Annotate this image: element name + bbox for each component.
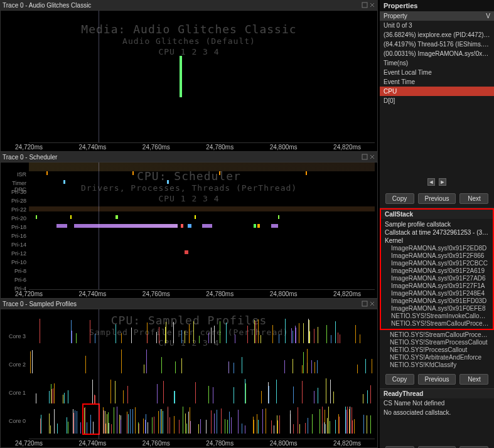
callstack-frame[interactable]: ImageRAMONA.sys!0x91F0EFE8 bbox=[381, 305, 493, 312]
callstack-time: Callstack at time 24732961253 - (36.6824… bbox=[381, 228, 493, 237]
callstack-frame[interactable]: NETIO.SYS!StreamProcessCallout bbox=[380, 339, 494, 346]
callstack-frame[interactable]: ImageRAMONA.sys!0x91EFD03D bbox=[381, 297, 493, 305]
col-value: V bbox=[486, 13, 490, 19]
panel-sched-title: Trace 0 - Scheduler bbox=[3, 154, 57, 161]
callstack-subtitle: Sample profile callstack bbox=[381, 220, 493, 228]
property-row[interactable]: Unit 0 of 3 bbox=[380, 21, 494, 30]
property-row[interactable]: (84.4197%) Thread-5176 (IEShims.dll!0x72… bbox=[380, 40, 494, 49]
time-axis-2: 24,720ms24,740ms24,760ms 24,780ms24,800m… bbox=[29, 289, 375, 298]
copy-button[interactable]: Copy bbox=[385, 193, 414, 204]
sample-lines bbox=[29, 316, 375, 439]
previous-button[interactable]: Previous bbox=[418, 374, 456, 385]
highlight-box bbox=[82, 403, 100, 435]
callstack-frame[interactable]: ImageRAMONA.sys!0x91F27F1A bbox=[381, 282, 493, 290]
callstack-frame[interactable]: ImageRAMONA.sys!0x91F27AD6 bbox=[381, 275, 493, 282]
callstack-frame[interactable]: NETIO.SYS!ArbitrateAndEnforce bbox=[380, 354, 494, 361]
time-axis-3: 24,720ms24,740ms24,760ms 24,780ms24,800m… bbox=[29, 439, 375, 447]
time-axis-1: 24,720ms24,740ms24,760ms 24,780ms24,800m… bbox=[29, 142, 375, 151]
callstack-frame[interactable]: NETIO.SYS!StreamCalloutProcessData bbox=[381, 320, 493, 328]
readythread-section: ReadyThread CS Name Not defined No assoc… bbox=[380, 388, 494, 448]
next-button[interactable]: Next bbox=[459, 374, 488, 385]
property-row[interactable]: Event Time bbox=[380, 77, 494, 87]
callstack-highlight-box: CallStack Sample profile callstack Calls… bbox=[380, 208, 494, 330]
right-pane: Properties Property V Unit 0 of 3(36.682… bbox=[380, 0, 494, 448]
property-row[interactable]: Time(ns) bbox=[380, 58, 494, 68]
col-property: Property bbox=[384, 13, 486, 19]
properties-col-header: Property V bbox=[380, 11, 494, 21]
panel-close-icon[interactable] bbox=[369, 2, 375, 8]
audio-glitches-graph[interactable]: Media: Audio Glitches Classic Audio Glit… bbox=[0, 10, 378, 152]
callstack-buttons: Copy Previous Next bbox=[380, 370, 494, 388]
scheduler-graph[interactable]: CPU: Scheduler Drivers, Processes, Threa… bbox=[0, 162, 378, 299]
sampled-profiles-graph[interactable]: CPU: Sampled Profiles Sampled Profile pe… bbox=[0, 309, 378, 448]
previous-button[interactable]: Previous bbox=[418, 193, 456, 204]
svg-rect-6 bbox=[362, 301, 367, 306]
properties-buttons: Copy Previous Next bbox=[380, 189, 494, 208]
readythread-header: ReadyThread bbox=[380, 389, 494, 398]
callstack-frame[interactable]: ImageRAMONA.sys!0x91F2CBCC bbox=[381, 260, 493, 267]
callstack-frame[interactable]: ImageRAMONA.sys!0x91F248E4 bbox=[381, 290, 493, 297]
panel-toggle-icon[interactable] bbox=[362, 154, 368, 160]
callstack-frame[interactable]: ImageRAMONA.sys!0x91F2A619 bbox=[381, 267, 493, 275]
property-row[interactable]: (00.0031%) ImageRAMONA.sys!0x91F2ED8D bbox=[380, 49, 494, 58]
property-row[interactable]: CPU bbox=[380, 87, 494, 96]
readythread-line2: No associated callstack. bbox=[380, 408, 494, 417]
callstack-frame[interactable]: NETIO.SYS!StreamInvokeCalloutAndNormaliz… bbox=[381, 312, 493, 320]
playhead[interactable] bbox=[99, 309, 99, 439]
nav-left-button[interactable]: ◄ bbox=[427, 178, 435, 186]
callstack-frame[interactable]: ImageRAMONA.sys!0x91F2ED8D bbox=[381, 245, 493, 252]
panel-toggle-icon[interactable] bbox=[362, 301, 368, 307]
callstack-header: CallStack bbox=[381, 210, 493, 219]
panel-samp-title-bar[interactable]: Trace 0 - Sampled Profiles bbox=[0, 299, 378, 309]
left-pane: Trace 0 - Audio Glitches Classic Media: … bbox=[0, 0, 378, 448]
property-row[interactable]: D[0] bbox=[380, 96, 494, 105]
callstack-frame[interactable]: NETIO.SYS!KfdClassify bbox=[380, 361, 494, 369]
callstack-frame[interactable]: NETIO.SYS!ProcessCallout bbox=[380, 346, 494, 354]
readythread-buttons: Copy Previous Next bbox=[380, 442, 494, 448]
audio-overlay: Media: Audio Glitches Classic Audio Glit… bbox=[1, 22, 377, 58]
playhead[interactable] bbox=[99, 11, 99, 142]
panel-close-icon[interactable] bbox=[369, 301, 375, 307]
properties-header: Properties bbox=[380, 0, 494, 11]
property-row[interactable]: Event Local Time bbox=[380, 68, 494, 77]
nav-right-button[interactable]: ► bbox=[439, 178, 446, 186]
panel-audio-title: Trace 0 - Audio Glitches Classic bbox=[3, 2, 91, 9]
property-row[interactable]: (36.6824%) iexplore.exe (PID:4472) - 352… bbox=[380, 30, 494, 40]
playhead[interactable] bbox=[99, 163, 99, 289]
callstack-section: CallStack Sample profile callstack Calls… bbox=[380, 208, 494, 388]
panel-toggle-icon[interactable] bbox=[362, 2, 368, 8]
callstack-frame[interactable]: ImageRAMONA.sys!0x91F2F866 bbox=[381, 252, 493, 260]
panel-samp-title: Trace 0 - Sampled Profiles bbox=[3, 301, 77, 307]
panel-close-icon[interactable] bbox=[369, 154, 375, 160]
readythread-line1: CS Name Not defined bbox=[380, 398, 494, 408]
core-labels: Core 3 Core 2 Core 1 Core 0 bbox=[1, 322, 28, 435]
callstack-kernel-label: Kernel bbox=[381, 237, 493, 245]
sched-row-labels: ISRTimer DPC Pri-30Pri-28 Pri-22Pri-20 P… bbox=[1, 171, 28, 294]
svg-rect-0 bbox=[362, 3, 367, 8]
panel-sched-title-bar[interactable]: Trace 0 - Scheduler bbox=[0, 152, 378, 162]
next-button[interactable]: Next bbox=[459, 193, 488, 204]
properties-rows: Unit 0 of 3(36.6824%) iexplore.exe (PID:… bbox=[380, 21, 494, 105]
svg-rect-3 bbox=[362, 154, 367, 159]
audio-glitch-bar bbox=[180, 56, 182, 97]
panel-audio-title-bar[interactable]: Trace 0 - Audio Glitches Classic bbox=[0, 0, 378, 10]
sched-tracks bbox=[29, 171, 375, 289]
copy-button[interactable]: Copy bbox=[385, 374, 414, 385]
callstack-frame[interactable]: NETIO.SYS!StreamCalloutProcessingLoop bbox=[380, 331, 494, 339]
